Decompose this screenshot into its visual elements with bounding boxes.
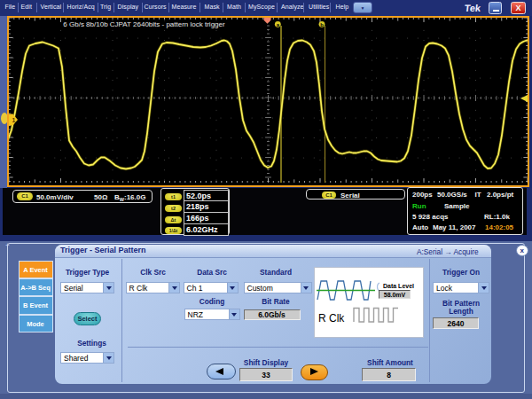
svg-text:R Clk: R Clk: [318, 312, 345, 325]
svg-text:6 Gb/s 8b/10b CJPAT 2640bits -: 6 Gb/s 8b/10b CJPAT 2640bits - pattern l…: [63, 20, 225, 28]
svg-text:Data Level: Data Level: [383, 283, 414, 289]
svg-text:1: 1: [12, 117, 15, 123]
svg-text:b: b: [320, 21, 324, 27]
